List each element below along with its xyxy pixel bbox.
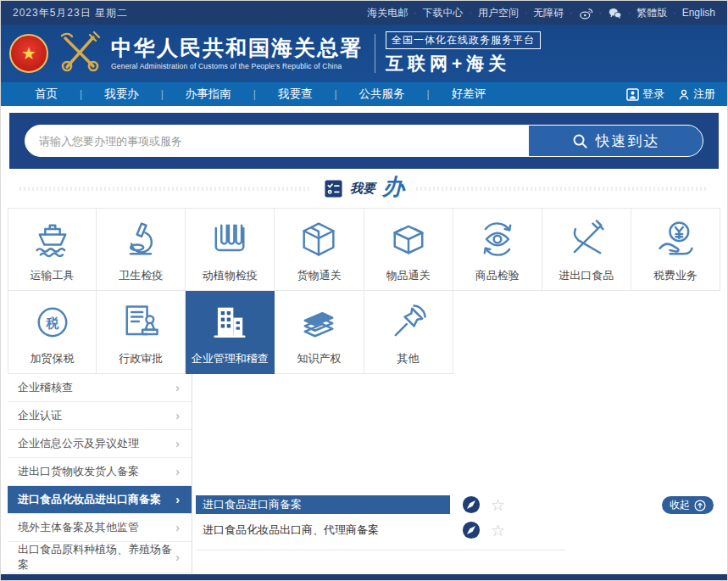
register-label: 注册 bbox=[693, 87, 715, 102]
nav-evaluation[interactable]: 好差评 bbox=[430, 87, 508, 102]
star-icon[interactable] bbox=[491, 522, 505, 539]
open-box-icon bbox=[386, 215, 431, 261]
sidebar-item-consignee-consignor-registration[interactable]: 进出口货物收发货人备案 bbox=[8, 458, 192, 486]
wechat-icon[interactable] bbox=[608, 7, 622, 20]
ship-icon bbox=[31, 215, 75, 261]
sealed-box-icon bbox=[297, 215, 341, 261]
chevron-right-icon bbox=[175, 493, 180, 506]
separator-dot: · bbox=[673, 8, 675, 18]
category-label: 进出口食品 bbox=[559, 268, 614, 283]
register-button[interactable]: 注册 bbox=[678, 87, 715, 102]
main-nav: 首页 | 我要办 | 办事指南 | 我要查 | 公共服务 | 好差评 登录 注册 bbox=[1, 82, 727, 106]
site-title: 中华人民共和国海关总署 bbox=[111, 36, 363, 60]
link-download-center[interactable]: 下载中心 bbox=[423, 6, 464, 20]
search-input[interactable] bbox=[25, 126, 529, 156]
link-user-space[interactable]: 用户空间 bbox=[478, 6, 519, 20]
category-animal-plant-quarantine[interactable]: 动植物检疫 bbox=[186, 208, 275, 291]
header-divider bbox=[375, 34, 375, 73]
nav-i-want-to-apply[interactable]: 我要办 bbox=[82, 87, 161, 102]
compass-icon[interactable] bbox=[462, 521, 481, 539]
sidebar-item-export-food-farm-registration[interactable]: 出口食品原料种植场、养殖场备案 bbox=[8, 542, 192, 573]
category-label: 其他 bbox=[397, 351, 420, 366]
microscope-icon bbox=[119, 215, 163, 261]
sidebar-item-label: 出口食品原料种植场、养殖场备案 bbox=[18, 542, 175, 573]
collapse-button[interactable]: 收起 bbox=[662, 496, 714, 514]
sidebar-item-imported-food-cosmetics-trader-registration[interactable]: 进口食品化妆品进出口商备案 bbox=[8, 486, 192, 514]
sidebar-item-enterprise-certification[interactable]: 企业认证 bbox=[8, 402, 192, 430]
sidebar-item-label: 企业稽核查 bbox=[18, 380, 73, 395]
stamp-document-icon bbox=[119, 299, 163, 344]
site-subtitle: General Administration of Customs of the… bbox=[111, 62, 363, 70]
section-title-prefix: 我要 bbox=[350, 181, 375, 197]
arrow-up-circle-icon bbox=[694, 500, 706, 511]
star-icon[interactable] bbox=[491, 497, 505, 513]
sidebar-item-enterprise-info-disclosure[interactable]: 企业信息公示及异议处理 bbox=[8, 430, 192, 458]
link-english[interactable]: English bbox=[682, 7, 715, 19]
current-date: 2023年5月23日 星期二 bbox=[13, 6, 128, 20]
section-title-emphasis: 办 bbox=[382, 172, 404, 202]
footer-strip bbox=[1, 574, 727, 580]
category-health-quarantine[interactable]: 卫生检疫 bbox=[97, 208, 186, 291]
category-label: 运输工具 bbox=[31, 268, 75, 283]
chevron-right-icon bbox=[175, 465, 180, 478]
platform-badge: 全国一体化在线政务服务平台 bbox=[386, 31, 541, 49]
customs-emblem-icon bbox=[55, 29, 103, 78]
login-user-icon bbox=[626, 88, 639, 101]
quick-search-button[interactable]: 快速到达 bbox=[529, 126, 703, 156]
national-emblem: ★ bbox=[9, 34, 48, 73]
site-header: ★ 中华人民共和国海关总署 General Administration of … bbox=[1, 25, 727, 82]
separator-dot: · bbox=[599, 8, 602, 18]
search-section: 快速到达 bbox=[9, 113, 719, 169]
coin-hand-icon bbox=[653, 215, 697, 261]
link-traditional-chinese[interactable]: 繁體版 bbox=[636, 6, 667, 20]
sidebar-item-overseas-entity-registration[interactable]: 境外主体备案及其他监管 bbox=[8, 514, 192, 542]
sidebar-item-label: 企业认证 bbox=[18, 408, 62, 423]
lower-section: 企业稽核查 企业认证 企业信息公示及异议处理 进出口货物收发货人备案 进口食品化… bbox=[8, 374, 720, 573]
category-label: 税费业务 bbox=[653, 268, 697, 283]
category-tax-services[interactable]: 税费业务 bbox=[631, 208, 720, 291]
category-label: 行政审批 bbox=[119, 351, 163, 366]
category-commodity-inspection[interactable]: 商品检验 bbox=[453, 208, 542, 291]
compass-icon[interactable] bbox=[462, 495, 481, 514]
nav-i-want-to-query[interactable]: 我要查 bbox=[256, 87, 335, 102]
login-button[interactable]: 登录 bbox=[626, 87, 664, 102]
category-other[interactable]: 其他 bbox=[364, 291, 453, 374]
link-customs-email[interactable]: 海关电邮 bbox=[367, 6, 408, 20]
search-icon bbox=[572, 133, 588, 149]
separator-dot: · bbox=[470, 8, 472, 18]
service-item-imported-food-cosmetics-exporter-agent-registration[interactable]: 进口食品化妆品出口商、代理商备案 bbox=[196, 521, 565, 550]
separator-dot: · bbox=[570, 8, 572, 18]
category-cargo-clearance[interactable]: 货物通关 bbox=[275, 208, 364, 291]
sidebar-item-enterprise-audit[interactable]: 企业稽核查 bbox=[8, 374, 192, 402]
nav-public-services[interactable]: 公共服务 bbox=[337, 87, 427, 102]
login-label: 登录 bbox=[642, 87, 664, 102]
category-label: 动植物检疫 bbox=[203, 268, 258, 283]
nav-service-guide[interactable]: 办事指南 bbox=[164, 87, 253, 102]
category-articles-clearance[interactable]: 物品通关 bbox=[364, 208, 453, 291]
register-user-icon bbox=[678, 88, 690, 101]
service-label[interactable]: 进口食品化妆品出口商、代理商备案 bbox=[196, 521, 450, 539]
chevron-right-icon bbox=[175, 521, 180, 534]
platform-title: 互联网+海关 bbox=[386, 52, 541, 75]
separator-dot: · bbox=[414, 8, 416, 18]
category-label: 知识产权 bbox=[297, 351, 341, 366]
dotted-line bbox=[416, 187, 709, 191]
category-enterprise-management-audit[interactable]: 企业管理和稽查 bbox=[186, 291, 275, 374]
category-transport-tools[interactable]: 运输工具 bbox=[8, 208, 97, 291]
sub-category-sidebar: 企业稽核查 企业认证 企业信息公示及异议处理 进出口货物收发货人备案 进口食品化… bbox=[8, 374, 192, 573]
service-label[interactable]: 进口食品进口商备案 bbox=[196, 495, 450, 514]
category-label: 物品通关 bbox=[386, 268, 431, 283]
nav-home[interactable]: 首页 bbox=[13, 87, 80, 102]
weibo-icon[interactable] bbox=[579, 7, 593, 20]
sidebar-item-label: 企业信息公示及异议处理 bbox=[18, 436, 139, 451]
category-administrative-approval[interactable]: 行政审批 bbox=[97, 291, 186, 374]
link-accessibility[interactable]: 无障碍 bbox=[533, 6, 564, 20]
category-import-export-food[interactable]: 进出口食品 bbox=[542, 208, 631, 291]
sidebar-item-label: 境外主体备案及其他监管 bbox=[18, 520, 139, 535]
chevron-right-icon bbox=[175, 381, 180, 394]
separator-dot: · bbox=[628, 8, 631, 18]
section-title-row: 我要 办 bbox=[1, 169, 727, 208]
category-processing-trade-bonded[interactable]: 税 加贸保税 bbox=[8, 291, 97, 374]
category-intellectual-property[interactable]: 知识产权 bbox=[275, 291, 364, 374]
service-item-imported-food-importer-registration[interactable]: 进口食品进口商备案 bbox=[196, 495, 565, 514]
